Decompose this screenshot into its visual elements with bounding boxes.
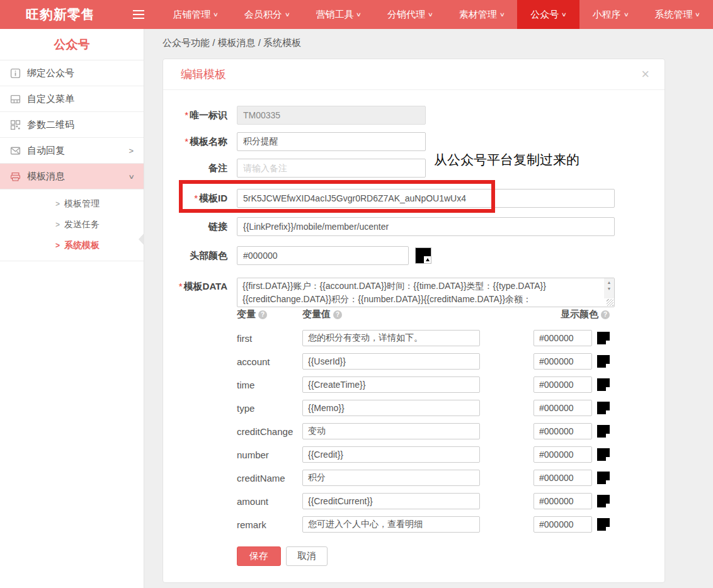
sidebar-item-qrcode[interactable]: 参数二维码	[0, 112, 144, 138]
var-value-input[interactable]	[302, 493, 480, 509]
save-button[interactable]: 保存	[237, 546, 281, 566]
breadcrumb: 公众号功能 / 模板消息 / 系统模板	[163, 37, 301, 49]
field-row-header-color: 头部颜色	[163, 246, 431, 265]
color-swatch[interactable]	[597, 378, 610, 391]
var-name: remark	[237, 519, 302, 530]
template-data-textarea[interactable]: {{first.DATA}}账户：{{account.DATA}}时间：{{ti…	[237, 278, 615, 307]
chevron-down-icon: ∨	[623, 11, 629, 18]
close-icon[interactable]: ×	[641, 67, 649, 81]
required-asterisk: *	[185, 136, 188, 147]
textarea-scrollbar[interactable]: ▲▼	[604, 278, 614, 298]
var-row-number: number	[237, 446, 610, 463]
color-swatch[interactable]	[597, 402, 610, 414]
sidebar-item-bind-account[interactable]: 绑定公众号	[0, 60, 144, 86]
sidebar-item-label: 自定义菜单	[27, 93, 74, 105]
var-color-input[interactable]	[533, 330, 592, 346]
var-name: number	[237, 449, 302, 460]
modal-header: 编辑模板 ×	[163, 59, 665, 90]
var-color-input[interactable]	[533, 470, 592, 486]
var-color-input[interactable]	[533, 446, 592, 463]
var-color-input[interactable]	[533, 400, 592, 416]
field-row-unique-id: *唯一标识	[163, 106, 426, 125]
var-color-input[interactable]	[533, 516, 592, 533]
nav-item-marketing[interactable]: 营销工具∨	[302, 0, 374, 29]
var-row-creditChange: creditChange	[237, 423, 610, 439]
help-icon[interactable]: ?	[601, 310, 610, 319]
color-swatch[interactable]	[597, 495, 610, 507]
vars-table-header: 变量? 变量值? 显示颜色?	[237, 308, 610, 320]
col-header-color: 显示颜色	[561, 308, 598, 319]
sidebar-subitem-template-manage[interactable]: >模板管理	[0, 193, 144, 214]
field-label: 模板DATA	[184, 281, 227, 291]
nav-item-official-account[interactable]: 公众号∨	[517, 0, 579, 29]
brand-logo[interactable]: 旺豹新零售	[0, 0, 120, 29]
header-color-input[interactable]	[237, 246, 409, 265]
color-swatch[interactable]	[597, 518, 610, 531]
var-value-input[interactable]	[302, 400, 480, 416]
field-label: 头部颜色	[190, 250, 227, 261]
var-color-input[interactable]	[533, 376, 592, 393]
nav-item-distribution[interactable]: 分销代理∨	[374, 0, 446, 29]
help-icon[interactable]: ?	[258, 310, 267, 319]
sidebar-subitem-system-template[interactable]: >系统模板	[0, 235, 144, 256]
required-asterisk: *	[179, 281, 183, 291]
reply-icon	[10, 145, 21, 156]
var-name: creditChange	[237, 426, 302, 437]
sidebar-item-label: 绑定公众号	[27, 67, 74, 79]
var-value-input[interactable]	[302, 516, 480, 533]
chevron-right-icon: >	[128, 146, 134, 155]
sidebar-item-label: 自动回复	[27, 145, 65, 157]
var-row-account: account	[237, 353, 610, 370]
var-color-input[interactable]	[533, 353, 592, 370]
color-swatch[interactable]	[597, 425, 610, 438]
field-row-template-name: *模板名称	[163, 132, 426, 151]
help-icon[interactable]: ?	[333, 310, 342, 319]
var-value-input[interactable]	[302, 376, 480, 393]
var-value-input[interactable]	[302, 423, 480, 439]
chevron-down-icon: ∨	[285, 11, 290, 18]
hamburger-menu-icon[interactable]	[133, 0, 144, 29]
remark-input[interactable]	[237, 159, 426, 178]
sidebar-item-template-message[interactable]: 模板消息 ∨	[0, 164, 144, 189]
link-input[interactable]	[237, 217, 615, 236]
sidebar-item-auto-reply[interactable]: 自动回复 >	[0, 138, 144, 164]
var-value-input[interactable]	[302, 353, 480, 370]
sidebar-item-custom-menu[interactable]: 自定义菜单	[0, 86, 144, 112]
nav-item-material[interactable]: 素材管理∨	[446, 0, 518, 29]
var-name: amount	[237, 496, 302, 507]
template-name-input[interactable]	[237, 132, 426, 151]
unique-id-input	[237, 106, 426, 125]
var-row-type: type	[237, 400, 610, 416]
color-swatch[interactable]	[597, 448, 610, 461]
header-color-swatch[interactable]	[415, 247, 431, 264]
var-row-creditName: creditName	[237, 470, 610, 486]
var-value-input[interactable]	[302, 330, 480, 346]
var-color-input[interactable]	[533, 423, 592, 439]
var-row-remark: remark	[237, 516, 610, 533]
var-color-input[interactable]	[533, 493, 592, 509]
scroll-down-icon[interactable]: ▼	[607, 286, 612, 292]
template-icon	[10, 171, 21, 182]
nav-item-mini-program[interactable]: 小程序∨	[579, 0, 642, 29]
nav-item-shop[interactable]: 店铺管理∨	[159, 0, 231, 29]
cancel-button[interactable]: 取消	[286, 546, 328, 566]
chevron-down-icon: ∨	[561, 11, 567, 18]
scroll-up-icon[interactable]: ▲	[607, 280, 612, 286]
color-swatch[interactable]	[597, 355, 610, 368]
nav-item-system[interactable]: 系统管理∨	[641, 0, 713, 29]
modal-footer: 保存 取消	[237, 546, 328, 566]
resize-grip-icon[interactable]	[607, 299, 613, 306]
col-header-value: 变量值	[302, 308, 331, 319]
color-swatch[interactable]	[597, 472, 610, 484]
template-id-input[interactable]	[237, 189, 615, 208]
main-nav: 店铺管理∨ 会员积分∨ 营销工具∨ 分销代理∨ 素材管理∨ 公众号∨ 小程序∨ …	[159, 0, 713, 29]
sidebar-item-label: 参数二维码	[27, 119, 74, 131]
color-swatch[interactable]	[597, 332, 610, 344]
field-label: 模板名称	[190, 136, 227, 147]
nav-item-points[interactable]: 会员积分∨	[231, 0, 303, 29]
var-value-input[interactable]	[302, 446, 480, 463]
template-message-submenu: >模板管理 >发送任务 >系统模板	[0, 189, 144, 261]
sidebar-subitem-send-task[interactable]: >发送任务	[0, 214, 144, 235]
color-picker-arrow-icon	[424, 256, 431, 263]
var-value-input[interactable]	[302, 470, 480, 486]
